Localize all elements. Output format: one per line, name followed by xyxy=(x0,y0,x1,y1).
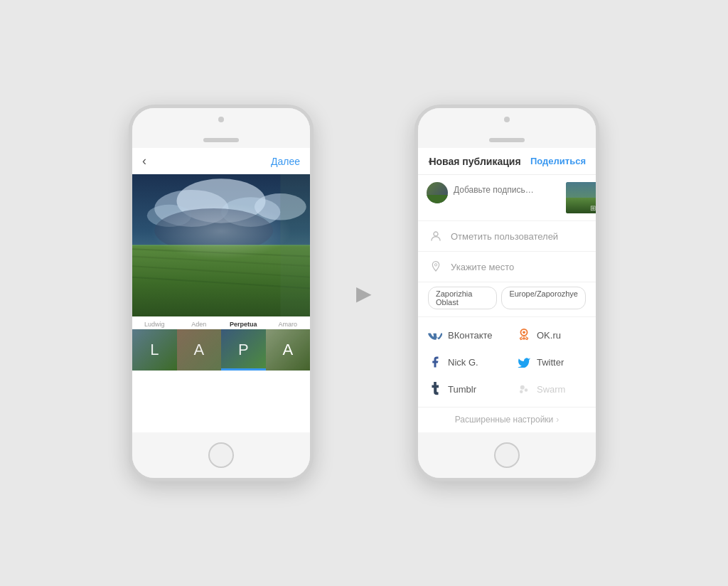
svg-point-21 xyxy=(525,388,528,392)
twitter-label: Twitter xyxy=(537,357,564,368)
phone-2: ‹ Новая публикация Поделиться xyxy=(414,105,599,481)
filter-thumb-3[interactable]: A xyxy=(266,329,311,371)
phone-1: ‹ Далее xyxy=(129,105,314,481)
filter-bg-2: P xyxy=(221,329,266,371)
phone-top-1 xyxy=(132,108,310,148)
vk-icon xyxy=(428,328,442,342)
tumblr-label: Tumblr xyxy=(448,384,476,395)
filter-labels: Ludwig Aden Perpetua Amaro xyxy=(132,316,310,329)
phone-top-2 xyxy=(418,108,596,148)
home-button-2[interactable] xyxy=(494,442,520,468)
svg-point-22 xyxy=(520,390,523,394)
social-vkontakte[interactable]: ВКонтакте xyxy=(418,321,507,348)
location-tags-row: Zaporizhia Oblast Europe/Zaporozhye xyxy=(418,282,596,317)
swarm-label: Swarm xyxy=(537,384,565,395)
social-tumblr[interactable]: Tumblr xyxy=(418,375,507,403)
nav-bar-1: ‹ Далее xyxy=(132,148,310,174)
vkontakte-label: ВКонтакте xyxy=(448,330,493,341)
chevron-right-icon: › xyxy=(556,415,559,425)
filter-bg-1: A xyxy=(177,329,222,371)
svg-point-19 xyxy=(523,331,525,334)
social-facebook[interactable]: Nick G. xyxy=(418,348,507,375)
filter-label-3: Amaro xyxy=(266,321,311,328)
phone-bottom-2 xyxy=(418,432,596,478)
tumblr-icon xyxy=(428,382,442,396)
phone-bottom-1 xyxy=(132,432,310,478)
screen-1: ‹ Далее xyxy=(132,148,310,432)
svg-line-8 xyxy=(132,249,310,256)
page-title: Новая публикация xyxy=(419,156,530,167)
person-icon xyxy=(428,228,444,244)
speaker-2 xyxy=(489,138,525,142)
nav-bar-2: ‹ Новая публикация Поделиться xyxy=(418,148,596,175)
filter-strip: L A P A xyxy=(132,329,310,375)
back-button-1[interactable]: ‹ xyxy=(142,154,146,169)
tag-users-row[interactable]: Отметить пользователей xyxy=(418,221,596,252)
filter-bg-0: L xyxy=(132,329,177,371)
thumb-svg xyxy=(566,182,596,213)
screen-2: ‹ Новая публикация Поделиться xyxy=(418,148,596,432)
location-icon xyxy=(428,259,444,275)
arrow-indicator: ▶ xyxy=(356,282,372,305)
share-button[interactable]: Поделиться xyxy=(530,156,586,166)
photo-thumbnail xyxy=(566,182,596,213)
photo-svg xyxy=(132,174,310,316)
svg-point-6 xyxy=(154,208,273,253)
caption-input[interactable] xyxy=(454,182,560,195)
facebook-label: Nick G. xyxy=(448,357,478,368)
social-grid: ВКонтакте OK.ru Nick G xyxy=(418,317,596,407)
social-okru[interactable]: OK.ru xyxy=(507,321,596,348)
home-button-1[interactable] xyxy=(208,442,234,468)
filter-label-1: Aden xyxy=(177,321,222,328)
swarm-icon xyxy=(517,382,531,396)
next-button[interactable]: Далее xyxy=(271,156,300,167)
tag-users-label: Отметить пользователей xyxy=(451,231,558,242)
filter-thumb-0[interactable]: L xyxy=(132,329,177,371)
svg-rect-15 xyxy=(566,198,596,213)
caption-row[interactable] xyxy=(418,175,596,221)
speaker-1 xyxy=(203,138,239,142)
advanced-settings-label: Расширенные настройки xyxy=(455,415,554,425)
filter-bg-3: A xyxy=(266,329,311,371)
svg-point-16 xyxy=(434,232,438,236)
filter-label-0: Ludwig xyxy=(132,321,177,328)
location-label: Укажите место xyxy=(451,262,514,272)
filter-thumb-2[interactable]: P xyxy=(221,329,266,371)
facebook-icon xyxy=(428,355,442,369)
twitter-icon xyxy=(517,355,531,369)
user-avatar xyxy=(427,182,448,203)
social-swarm[interactable]: Swarm xyxy=(507,375,596,403)
svg-point-17 xyxy=(434,264,437,266)
okru-label: OK.ru xyxy=(537,330,561,341)
ok-icon xyxy=(517,328,531,342)
social-twitter[interactable]: Twitter xyxy=(507,348,596,375)
filter-label-2: Perpetua xyxy=(221,321,266,328)
location-tag-0[interactable]: Zaporizhia Oblast xyxy=(428,287,497,309)
svg-point-4 xyxy=(147,205,192,227)
location-row[interactable]: Укажите место xyxy=(418,252,596,282)
filter-thumb-1[interactable]: A xyxy=(177,329,222,371)
svg-point-20 xyxy=(520,385,525,390)
main-photo xyxy=(132,174,310,316)
location-tag-1[interactable]: Europe/Zaporozhye xyxy=(501,287,586,309)
advanced-settings-row[interactable]: Расширенные настройки › xyxy=(418,407,596,432)
svg-rect-13 xyxy=(280,174,310,316)
